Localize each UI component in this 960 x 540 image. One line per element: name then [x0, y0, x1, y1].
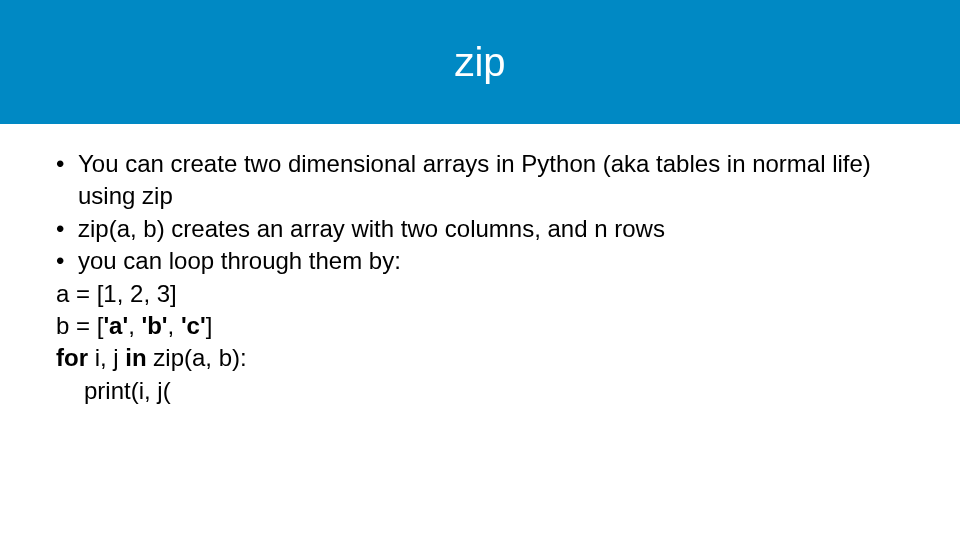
code-bold: 'c' — [181, 312, 206, 339]
slide: zip • You can create two dimensional arr… — [0, 0, 960, 540]
code-text: a = [1, 2, 3] — [56, 280, 177, 307]
code-text: print(i, j( — [84, 377, 171, 404]
body-area: • You can create two dimensional arrays … — [0, 124, 960, 407]
code-line: print(i, j( — [56, 375, 904, 407]
bullet-text: zip(a, b) creates an array with two colu… — [78, 213, 904, 245]
bullet-glyph: • — [56, 148, 78, 213]
title-bar: zip — [0, 0, 960, 124]
code-line: a = [1, 2, 3] — [56, 278, 904, 310]
code-line: for i, j in zip(a, b): — [56, 342, 904, 374]
code-text: b = [ — [56, 312, 103, 339]
slide-title: zip — [454, 40, 505, 85]
bullet-item: • You can create two dimensional arrays … — [56, 148, 904, 213]
code-text: , — [168, 312, 181, 339]
code-bold: in — [125, 344, 153, 371]
bullet-glyph: • — [56, 213, 78, 245]
code-bold: 'a' — [103, 312, 128, 339]
code-text: i, j — [95, 344, 126, 371]
code-text: , — [128, 312, 141, 339]
bullet-text: You can create two dimensional arrays in… — [78, 148, 904, 213]
code-bold: 'b' — [141, 312, 167, 339]
bullet-item: • you can loop through them by: — [56, 245, 904, 277]
code-bold: for — [56, 344, 95, 371]
code-text: zip(a, b): — [153, 344, 246, 371]
code-line: b = ['a', 'b', 'c'] — [56, 310, 904, 342]
bullet-glyph: • — [56, 245, 78, 277]
bullet-text: you can loop through them by: — [78, 245, 904, 277]
code-text: ] — [206, 312, 213, 339]
bullet-item: • zip(a, b) creates an array with two co… — [56, 213, 904, 245]
